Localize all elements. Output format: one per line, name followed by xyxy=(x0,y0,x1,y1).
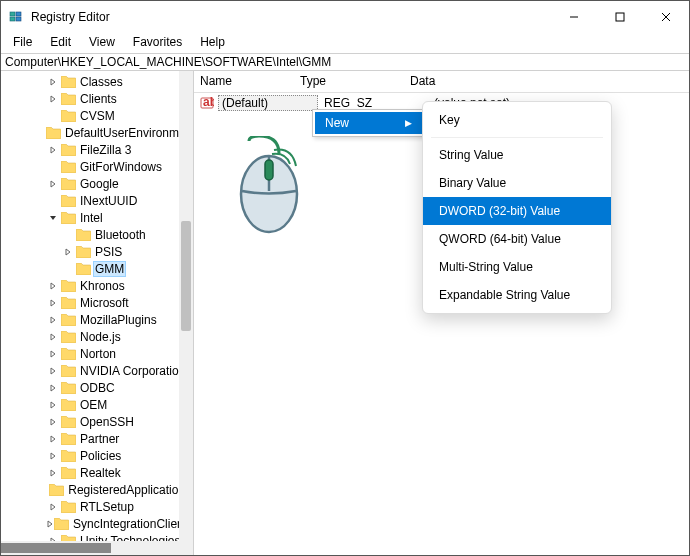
folder-icon xyxy=(75,262,91,276)
tree-item[interactable]: GMM xyxy=(1,260,193,277)
tree-item-label: Norton xyxy=(78,347,118,361)
folder-icon xyxy=(60,381,76,395)
tree-item[interactable]: Classes xyxy=(1,73,193,90)
menu-favorites[interactable]: Favorites xyxy=(125,33,190,51)
expander-closed-icon[interactable] xyxy=(46,146,60,154)
minimize-button[interactable] xyxy=(551,1,597,33)
expander-closed-icon[interactable] xyxy=(46,180,60,188)
tree-item[interactable]: NVIDIA Corporation xyxy=(1,362,193,379)
tree-item[interactable]: OpenSSH xyxy=(1,413,193,430)
flyout-multi[interactable]: Multi-String Value xyxy=(423,253,611,281)
tree-pane: ClassesClientsCVSMDefaultUserEnvironment… xyxy=(1,71,194,555)
tree-item[interactable]: Policies xyxy=(1,447,193,464)
menu-edit[interactable]: Edit xyxy=(42,33,79,51)
column-data[interactable]: Data xyxy=(404,71,689,92)
expander-closed-icon[interactable] xyxy=(46,367,60,375)
folder-icon xyxy=(60,432,76,446)
menu-view[interactable]: View xyxy=(81,33,123,51)
folder-icon xyxy=(49,483,64,497)
expander-closed-icon[interactable] xyxy=(46,95,60,103)
tree-item[interactable]: Bluetooth xyxy=(1,226,193,243)
expander-closed-icon[interactable] xyxy=(46,316,60,324)
tree-item[interactable]: RegisteredApplications xyxy=(1,481,193,498)
folder-icon xyxy=(60,92,76,106)
close-button[interactable] xyxy=(643,1,689,33)
tree-item-label: Policies xyxy=(78,449,123,463)
tree-item[interactable]: GitForWindows xyxy=(1,158,193,175)
expander-closed-icon[interactable] xyxy=(46,299,60,307)
tree-item-label: RTLSetup xyxy=(78,500,136,514)
tree-item[interactable]: Clients xyxy=(1,90,193,107)
tree-item-label: Clients xyxy=(78,92,119,106)
expander-closed-icon[interactable] xyxy=(46,520,54,528)
expander-closed-icon[interactable] xyxy=(46,435,60,443)
folder-icon xyxy=(60,398,76,412)
svg-rect-0 xyxy=(10,12,15,16)
tree-item[interactable]: Partner xyxy=(1,430,193,447)
tree-item-label: GitForWindows xyxy=(78,160,164,174)
expander-closed-icon[interactable] xyxy=(46,503,60,511)
menu-help[interactable]: Help xyxy=(192,33,233,51)
value-name[interactable]: (Default) xyxy=(218,95,318,111)
tree-item[interactable]: Khronos xyxy=(1,277,193,294)
flyout-dword[interactable]: DWORD (32-bit) Value xyxy=(423,197,611,225)
tree-item-label: OEM xyxy=(78,398,109,412)
folder-icon xyxy=(60,160,76,174)
column-type[interactable]: Type xyxy=(294,71,404,92)
tree-scrollbar-horizontal[interactable] xyxy=(1,541,193,555)
tree-item[interactable]: Norton xyxy=(1,345,193,362)
tree-item[interactable]: Microsoft xyxy=(1,294,193,311)
expander-closed-icon[interactable] xyxy=(46,282,60,290)
tree-item-label: MozillaPlugins xyxy=(78,313,159,327)
window-title: Registry Editor xyxy=(31,10,110,24)
tree-item[interactable]: PSIS xyxy=(1,243,193,260)
folder-icon xyxy=(60,500,76,514)
tree-item[interactable]: Google xyxy=(1,175,193,192)
expander-closed-icon[interactable] xyxy=(46,384,60,392)
expander-closed-icon[interactable] xyxy=(61,248,75,256)
expander-closed-icon[interactable] xyxy=(46,418,60,426)
flyout-string[interactable]: String Value xyxy=(423,141,611,169)
tree-item[interactable]: CVSM xyxy=(1,107,193,124)
tree-item[interactable]: Node.js xyxy=(1,328,193,345)
tree-item-label: Partner xyxy=(78,432,121,446)
address-bar[interactable]: Computer\HKEY_LOCAL_MACHINE\SOFTWARE\Int… xyxy=(1,53,689,71)
tree-item[interactable]: SyncIntegrationClients xyxy=(1,515,193,532)
maximize-button[interactable] xyxy=(597,1,643,33)
titlebar[interactable]: Registry Editor xyxy=(1,1,689,33)
expander-closed-icon[interactable] xyxy=(46,333,60,341)
expander-closed-icon[interactable] xyxy=(46,469,60,477)
tree-item[interactable]: Realtek xyxy=(1,464,193,481)
folder-icon xyxy=(60,177,76,191)
column-name[interactable]: Name xyxy=(194,71,294,92)
tree-item-label: Microsoft xyxy=(78,296,131,310)
menu-file[interactable]: File xyxy=(5,33,40,51)
tree-item-label: Realtek xyxy=(78,466,123,480)
expander-closed-icon[interactable] xyxy=(46,78,60,86)
flyout-qword[interactable]: QWORD (64-bit) Value xyxy=(423,225,611,253)
list-header: Name Type Data xyxy=(194,71,689,93)
folder-icon xyxy=(75,228,91,242)
tree-item[interactable]: MozillaPlugins xyxy=(1,311,193,328)
tree-item[interactable]: FileZilla 3 xyxy=(1,141,193,158)
folder-icon xyxy=(60,347,76,361)
tree-item[interactable]: RTLSetup xyxy=(1,498,193,515)
folder-icon xyxy=(60,279,76,293)
tree-item[interactable]: ODBC xyxy=(1,379,193,396)
tree-scrollbar-vertical[interactable] xyxy=(179,71,193,555)
expander-closed-icon[interactable] xyxy=(46,350,60,358)
expander-open-icon[interactable] xyxy=(46,214,60,222)
flyout-key[interactable]: Key xyxy=(423,106,611,134)
folder-icon xyxy=(60,211,76,225)
expander-closed-icon[interactable] xyxy=(46,401,60,409)
tree-item[interactable]: OEM xyxy=(1,396,193,413)
context-new[interactable]: New ▶ xyxy=(315,112,422,134)
tree-item[interactable]: INextUUID xyxy=(1,192,193,209)
flyout-expand[interactable]: Expandable String Value xyxy=(423,281,611,309)
tree-item-label: INextUUID xyxy=(78,194,139,208)
flyout-binary[interactable]: Binary Value xyxy=(423,169,611,197)
tree-item[interactable]: DefaultUserEnvironment xyxy=(1,124,193,141)
expander-closed-icon[interactable] xyxy=(46,452,60,460)
folder-icon xyxy=(60,466,76,480)
tree-item[interactable]: Intel xyxy=(1,209,193,226)
